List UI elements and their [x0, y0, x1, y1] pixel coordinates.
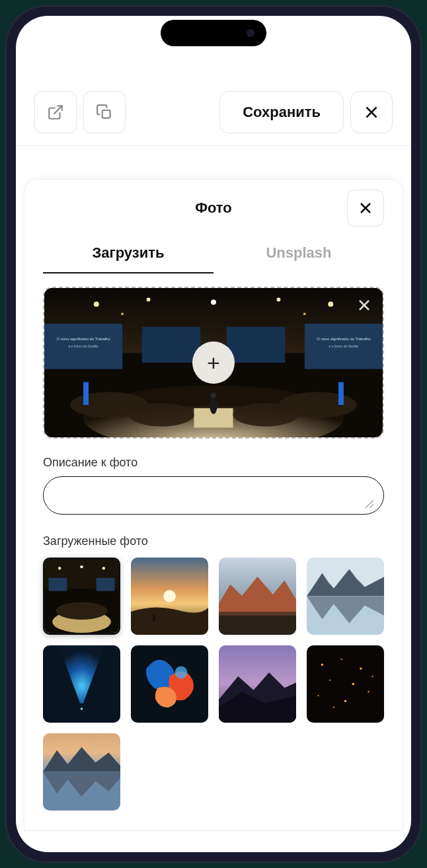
svg-point-69	[333, 706, 334, 707]
svg-rect-22	[227, 327, 286, 363]
copy-icon	[96, 104, 113, 121]
remove-photo-button[interactable]	[356, 297, 372, 316]
save-button[interactable]: Сохранить	[219, 91, 344, 133]
svg-text:O novo significado do Trabalho: O novo significado do Trabalho	[317, 337, 371, 341]
thumbnail-grid	[43, 558, 384, 811]
panel-header: Фото	[43, 199, 384, 217]
thumbnail-image	[131, 558, 208, 635]
svg-point-10	[211, 299, 216, 305]
svg-point-26	[211, 392, 216, 398]
close-button[interactable]	[350, 91, 393, 133]
svg-point-54	[79, 709, 84, 718]
copy-button[interactable]	[83, 91, 126, 133]
svg-text:O novo significado do Trabalho: O novo significado do Trabalho	[56, 337, 110, 341]
thumbnail-image	[219, 558, 296, 635]
thumbnail-mountains-red[interactable]	[219, 558, 296, 635]
thumbnail-conference[interactable]	[43, 558, 120, 635]
description-label: Описание к фото	[43, 456, 384, 470]
tab-upload[interactable]: Загрузить	[43, 236, 214, 273]
toolbar: Сохранить	[16, 82, 411, 146]
screen: Сохранить Фото Загрузить Unsplash	[16, 16, 411, 852]
svg-line-0	[54, 106, 62, 114]
svg-point-60	[321, 663, 324, 666]
svg-rect-32	[338, 382, 344, 405]
thumbnail-lake-sunset[interactable]	[43, 733, 120, 811]
tabs: Загрузить Unsplash	[43, 236, 384, 273]
svg-point-29	[129, 403, 194, 426]
svg-point-13	[121, 312, 124, 315]
svg-point-68	[371, 676, 373, 677]
close-icon	[358, 200, 373, 216]
svg-point-40	[80, 565, 83, 568]
panel-close-button[interactable]	[347, 190, 384, 227]
svg-point-41	[102, 567, 105, 569]
svg-rect-59	[307, 645, 384, 723]
tab-unsplash[interactable]: Unsplash	[214, 236, 384, 273]
app-content: Сохранить Фото Загрузить Unsplash	[16, 16, 411, 852]
svg-point-61	[340, 659, 342, 660]
thumbnail-image	[307, 558, 384, 635]
svg-point-55	[81, 707, 83, 710]
svg-point-67	[344, 700, 347, 702]
photo-panel: Фото Загрузить Unsplash	[24, 179, 403, 831]
svg-rect-31	[83, 382, 89, 405]
thumbnail-image	[307, 645, 384, 723]
plus-icon: +	[207, 350, 220, 376]
svg-point-30	[233, 403, 298, 426]
svg-point-64	[352, 683, 354, 686]
thumbnail-lanterns-night[interactable]	[307, 645, 384, 723]
svg-rect-50	[219, 616, 296, 635]
svg-point-48	[153, 614, 156, 622]
external-link-icon	[47, 104, 64, 121]
description-input-wrap	[43, 476, 384, 515]
thumbnail-sunset-desert[interactable]	[131, 558, 208, 635]
svg-text:e o futuro da Gestão: e o futuro da Gestão	[329, 345, 359, 348]
panel-title: Фото	[195, 199, 232, 217]
svg-rect-1	[102, 110, 110, 118]
thumbnail-cave-blue[interactable]	[43, 645, 120, 723]
thumbnail-lake-reflection[interactable]	[307, 558, 384, 635]
svg-point-11	[277, 298, 281, 302]
svg-point-47	[163, 590, 176, 602]
svg-text:e o futuro da Gestão: e o futuro da Gestão	[69, 345, 98, 348]
thumbnail-image	[45, 560, 118, 633]
svg-point-65	[368, 691, 369, 692]
description-input[interactable]	[43, 476, 384, 515]
external-link-button[interactable]	[34, 91, 77, 133]
thumbnail-abstract-ink[interactable]	[131, 645, 208, 723]
notch	[161, 20, 266, 46]
photo-preview[interactable]: O novo significado do Trabalho e o futur…	[43, 287, 384, 439]
thumbnail-image	[43, 645, 120, 723]
svg-point-12	[328, 301, 333, 307]
svg-point-63	[329, 679, 330, 680]
close-icon	[363, 104, 380, 121]
svg-rect-21	[142, 327, 201, 363]
svg-point-57	[175, 667, 188, 679]
svg-point-9	[147, 298, 151, 302]
svg-point-14	[303, 312, 306, 315]
svg-point-8	[94, 301, 99, 307]
svg-rect-42	[49, 578, 67, 591]
add-photo-button[interactable]: +	[192, 342, 235, 384]
thumbnail-mountain-dusk[interactable]	[219, 645, 296, 723]
uploaded-label: Загруженные фото	[43, 534, 384, 548]
svg-point-39	[58, 567, 61, 569]
svg-point-66	[317, 695, 319, 696]
thumbnail-image	[131, 645, 208, 723]
thumbnail-image	[43, 733, 120, 811]
svg-point-62	[360, 667, 362, 670]
phone-frame: Сохранить Фото Загрузить Unsplash	[7, 7, 420, 861]
svg-rect-43	[97, 578, 115, 591]
svg-point-25	[210, 396, 217, 414]
close-icon	[356, 297, 372, 313]
svg-point-45	[56, 602, 108, 620]
thumbnail-image	[219, 645, 296, 723]
